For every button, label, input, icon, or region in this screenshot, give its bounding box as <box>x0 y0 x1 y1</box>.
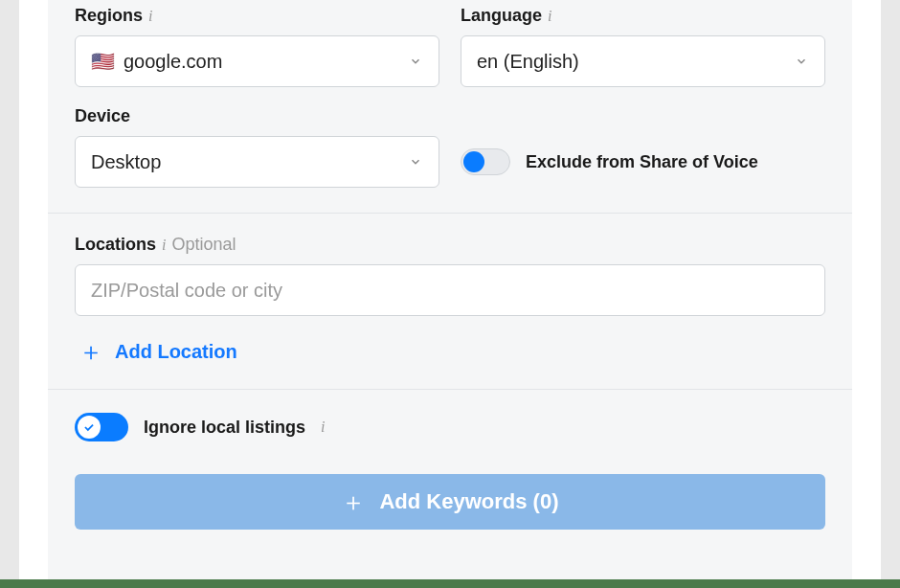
chevron-down-icon <box>408 154 423 170</box>
locations-label-text: Locations <box>75 235 156 255</box>
locations-label: Locations i Optional <box>75 235 825 255</box>
chevron-down-icon <box>408 54 423 69</box>
add-keywords-label: Add Keywords (0) <box>379 489 558 514</box>
language-label: Language i <box>461 6 825 26</box>
device-select[interactable]: Desktop <box>75 136 439 188</box>
locations-optional: Optional <box>171 235 236 255</box>
regions-select[interactable]: 🇺🇸 google.com <box>75 35 439 87</box>
locations-input[interactable] <box>75 264 825 316</box>
language-value: en (English) <box>477 51 794 73</box>
ignore-local-label: Ignore local listings <box>144 418 305 438</box>
device-value: Desktop <box>91 151 408 173</box>
plus-icon: ＋ <box>79 339 103 364</box>
regions-label-text: Regions <box>75 6 143 26</box>
toggle-knob <box>463 151 484 172</box>
toggle-knob <box>78 416 101 439</box>
add-keywords-button[interactable]: ＋ Add Keywords (0) <box>75 474 825 530</box>
language-label-text: Language <box>461 6 542 26</box>
info-icon[interactable]: i <box>162 237 166 254</box>
chevron-down-icon <box>794 54 809 69</box>
plus-icon: ＋ <box>341 489 366 514</box>
us-flag-icon: 🇺🇸 <box>91 54 114 69</box>
ignore-local-toggle[interactable] <box>75 413 128 441</box>
info-icon[interactable]: i <box>321 418 325 436</box>
device-label: Device <box>75 106 439 126</box>
info-icon[interactable]: i <box>548 8 551 25</box>
add-location-button[interactable]: ＋ Add Location <box>75 339 825 364</box>
exclude-sov-toggle[interactable] <box>461 148 510 175</box>
language-select[interactable]: en (English) <box>461 35 825 87</box>
device-label-text: Device <box>75 106 130 126</box>
info-icon[interactable]: i <box>148 8 152 25</box>
regions-label: Regions i <box>75 6 439 26</box>
add-location-label: Add Location <box>115 341 237 363</box>
check-icon <box>82 420 96 434</box>
exclude-sov-label: Exclude from Share of Voice <box>526 152 758 172</box>
regions-value: google.com <box>124 51 408 73</box>
bottom-bar <box>0 579 900 588</box>
